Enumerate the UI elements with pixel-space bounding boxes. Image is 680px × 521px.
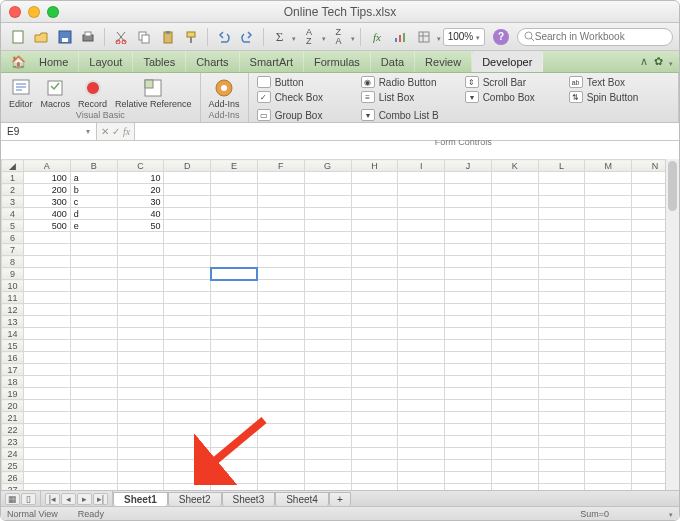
cell-H4[interactable] xyxy=(351,208,398,220)
cell-D19[interactable] xyxy=(164,388,211,400)
cell-C13[interactable] xyxy=(117,316,164,328)
cell-F2[interactable] xyxy=(257,184,304,196)
cell-H20[interactable] xyxy=(351,400,398,412)
search-input[interactable] xyxy=(535,31,666,42)
cell-L16[interactable] xyxy=(538,352,585,364)
cell-L24[interactable] xyxy=(538,448,585,460)
cell-A3[interactable]: 300 xyxy=(23,196,70,208)
cell-A20[interactable] xyxy=(23,400,70,412)
cell-J25[interactable] xyxy=(445,460,492,472)
cell-B13[interactable] xyxy=(70,316,117,328)
row-header-2[interactable]: 2 xyxy=(2,184,24,196)
cell-A22[interactable] xyxy=(23,424,70,436)
ribbon-tab-charts[interactable]: Charts xyxy=(186,51,239,72)
cell-B24[interactable] xyxy=(70,448,117,460)
enter-icon[interactable]: ✓ xyxy=(112,126,120,137)
cell-H21[interactable] xyxy=(351,412,398,424)
cell-H1[interactable] xyxy=(351,172,398,184)
col-header-D[interactable]: D xyxy=(164,160,211,172)
cell-M19[interactable] xyxy=(585,388,632,400)
cell-M3[interactable] xyxy=(585,196,632,208)
cell-B2[interactable]: b xyxy=(70,184,117,196)
cell-I12[interactable] xyxy=(398,304,445,316)
cell-G24[interactable] xyxy=(304,448,351,460)
cell-A23[interactable] xyxy=(23,436,70,448)
cell-D25[interactable] xyxy=(164,460,211,472)
cell-J22[interactable] xyxy=(445,424,492,436)
col-header-M[interactable]: M xyxy=(585,160,632,172)
cell-G6[interactable] xyxy=(304,232,351,244)
row-header-25[interactable]: 25 xyxy=(2,460,24,472)
cell-B21[interactable] xyxy=(70,412,117,424)
cell-B22[interactable] xyxy=(70,424,117,436)
fc-button[interactable]: Button xyxy=(255,75,355,89)
cell-M14[interactable] xyxy=(585,328,632,340)
cell-D4[interactable] xyxy=(164,208,211,220)
cell-H13[interactable] xyxy=(351,316,398,328)
cell-E22[interactable] xyxy=(211,424,258,436)
cell-C11[interactable] xyxy=(117,292,164,304)
fc-textbox[interactable]: abText Box xyxy=(567,75,667,89)
cell-J7[interactable] xyxy=(445,244,492,256)
cell-D3[interactable] xyxy=(164,196,211,208)
cell-C3[interactable]: 30 xyxy=(117,196,164,208)
cell-L17[interactable] xyxy=(538,364,585,376)
col-header-F[interactable]: F xyxy=(257,160,304,172)
col-header-J[interactable]: J xyxy=(445,160,492,172)
paste-icon[interactable] xyxy=(157,27,178,47)
cell-J20[interactable] xyxy=(445,400,492,412)
cell-J19[interactable] xyxy=(445,388,492,400)
autosum-icon[interactable]: Σ xyxy=(269,27,290,47)
cell-D14[interactable] xyxy=(164,328,211,340)
cell-D11[interactable] xyxy=(164,292,211,304)
cell-E14[interactable] xyxy=(211,328,258,340)
cell-M2[interactable] xyxy=(585,184,632,196)
cell-I19[interactable] xyxy=(398,388,445,400)
cell-D5[interactable] xyxy=(164,220,211,232)
cell-M21[interactable] xyxy=(585,412,632,424)
cell-B14[interactable] xyxy=(70,328,117,340)
cell-C6[interactable] xyxy=(117,232,164,244)
cell-C14[interactable] xyxy=(117,328,164,340)
sheet-tab-sheet4[interactable]: Sheet4 xyxy=(275,492,329,506)
cell-F17[interactable] xyxy=(257,364,304,376)
cell-G10[interactable] xyxy=(304,280,351,292)
cell-K22[interactable] xyxy=(491,424,538,436)
cell-F11[interactable] xyxy=(257,292,304,304)
cell-A19[interactable] xyxy=(23,388,70,400)
cell-L3[interactable] xyxy=(538,196,585,208)
cell-D9[interactable] xyxy=(164,268,211,280)
row-header-8[interactable]: 8 xyxy=(2,256,24,268)
cell-C10[interactable] xyxy=(117,280,164,292)
cell-J12[interactable] xyxy=(445,304,492,316)
undo-icon[interactable] xyxy=(213,27,234,47)
cell-B9[interactable] xyxy=(70,268,117,280)
cell-I5[interactable] xyxy=(398,220,445,232)
cell-H22[interactable] xyxy=(351,424,398,436)
cell-I6[interactable] xyxy=(398,232,445,244)
cell-M12[interactable] xyxy=(585,304,632,316)
cell-I14[interactable] xyxy=(398,328,445,340)
cell-D21[interactable] xyxy=(164,412,211,424)
cell-D13[interactable] xyxy=(164,316,211,328)
cell-L5[interactable] xyxy=(538,220,585,232)
cell-F4[interactable] xyxy=(257,208,304,220)
cell-J13[interactable] xyxy=(445,316,492,328)
cell-G17[interactable] xyxy=(304,364,351,376)
cell-A9[interactable] xyxy=(23,268,70,280)
cell-I18[interactable] xyxy=(398,376,445,388)
cell-L21[interactable] xyxy=(538,412,585,424)
cell-J9[interactable] xyxy=(445,268,492,280)
ribbon-options-icon[interactable]: ✿ xyxy=(654,55,663,68)
cell-L19[interactable] xyxy=(538,388,585,400)
cell-J1[interactable] xyxy=(445,172,492,184)
cell-B6[interactable] xyxy=(70,232,117,244)
col-header-A[interactable]: A xyxy=(23,160,70,172)
row-header-21[interactable]: 21 xyxy=(2,412,24,424)
cancel-icon[interactable]: ✕ xyxy=(101,126,109,137)
row-header-13[interactable]: 13 xyxy=(2,316,24,328)
cell-B23[interactable] xyxy=(70,436,117,448)
cell-C23[interactable] xyxy=(117,436,164,448)
macros-button[interactable]: Macros xyxy=(39,77,73,109)
cell-I17[interactable] xyxy=(398,364,445,376)
